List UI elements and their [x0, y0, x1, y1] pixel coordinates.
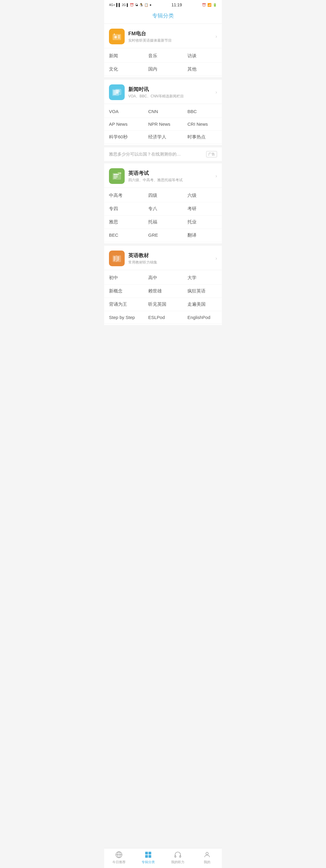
tag-item[interactable]: 托业: [183, 216, 222, 229]
tag-item[interactable]: 国内: [143, 63, 183, 76]
textbook-svg: [111, 253, 122, 264]
clock-icon: ⏰: [130, 3, 134, 7]
exam-title-wrap: 英语考试 四六级、中高考、雅思托福等考试: [128, 170, 216, 183]
svg-point-2: [115, 36, 116, 38]
tag-item[interactable]: 背诵为王: [104, 298, 143, 311]
svg-rect-30: [117, 258, 119, 258]
tag-item[interactable]: 访谈: [183, 50, 222, 63]
news-section-header[interactable]: 新闻时讯 VOA、BBC、CNN等精选新闻栏目 ›: [104, 80, 222, 104]
fm-title-wrap: FM电台 实时收听英语媒体最新节目: [128, 30, 216, 43]
tag-item[interactable]: BBC: [183, 105, 222, 118]
tag-item[interactable]: CRI News: [183, 118, 222, 130]
tag-item[interactable]: AP News: [104, 118, 143, 130]
tag-item[interactable]: 初中: [104, 271, 143, 285]
textbook-tag-grid: 初中 高中 大学 新概念 赖世雄 疯狂英语 背诵为王 听见英国 走遍美国 Ste…: [104, 270, 222, 325]
tag-item[interactable]: 经济学人: [143, 130, 183, 144]
tag-item[interactable]: GRE: [143, 229, 183, 242]
news-arrow-icon: ›: [216, 90, 217, 95]
exam-arrow-icon: ›: [216, 173, 217, 179]
fm-tag-grid: 新闻 音乐 访谈 文化 国内 其他: [104, 48, 222, 77]
textbook-arrow-icon: ›: [216, 256, 217, 261]
status-time: 11:19: [171, 2, 182, 7]
signal-2g-icon: ▌: [127, 3, 129, 7]
news-title-wrap: 新闻时讯 VOA、BBC、CNN等精选新闻栏目: [128, 86, 216, 99]
tag-item[interactable]: VOA: [104, 105, 143, 118]
tag-item[interactable]: 文化: [104, 63, 143, 76]
weather-icon: 🌤: [135, 3, 138, 7]
fm-subtitle: 实时收听英语媒体最新节目: [128, 38, 216, 43]
news-icon: [109, 85, 125, 100]
tag-item[interactable]: 六级: [183, 189, 222, 202]
signal-icon: ▌▌: [116, 3, 121, 7]
svg-rect-3: [118, 35, 120, 36]
svg-rect-24: [116, 255, 117, 262]
svg-text:100: 100: [118, 172, 121, 174]
alarm-icon: ⏰: [202, 3, 206, 7]
svg-rect-4: [118, 36, 120, 37]
textbook-title-wrap: 英语教材 常用教材听力锦集: [128, 252, 216, 265]
exam-svg: 100: [111, 170, 122, 182]
tag-item[interactable]: 大学: [183, 271, 222, 285]
tag-item[interactable]: 专四: [104, 202, 143, 216]
tag-item[interactable]: 音乐: [143, 50, 183, 63]
fm-title: FM电台: [128, 30, 216, 37]
tag-item[interactable]: 专八: [143, 202, 183, 216]
status-left: 4G+ ▌▌ 2G ▌ ⏰ 🌤 🐧 📋 ●: [109, 3, 152, 7]
tag-item[interactable]: NPR News: [143, 118, 183, 130]
status-right: ⏰ 📶 🔋: [202, 3, 217, 7]
page-title: 专辑分类: [104, 8, 222, 24]
exam-section-header[interactable]: 100 英语考试 四六级、中高考、雅思托福等考试 ›: [104, 163, 222, 188]
tag-item[interactable]: BEC: [104, 229, 143, 242]
fm-section-header[interactable]: FM电台 实时收听英语媒体最新节目 ›: [104, 24, 222, 48]
tag-item[interactable]: 赖世雄: [143, 285, 183, 298]
textbook-title: 英语教材: [128, 252, 216, 259]
tag-item[interactable]: 科学60秒: [104, 130, 143, 144]
news-tag-grid: VOA CNN BBC AP News NPR News CRI News 科学…: [104, 104, 222, 145]
textbook-icon: [109, 251, 125, 266]
tag-item[interactable]: 新概念: [104, 285, 143, 298]
tag-item[interactable]: Step by Step: [104, 311, 143, 324]
svg-rect-28: [113, 260, 115, 261]
exam-title: 英语考试: [128, 170, 216, 177]
textbook-section-header[interactable]: 英语教材 常用教材听力锦集 ›: [104, 246, 222, 270]
dot-icon: ●: [150, 3, 152, 7]
news-subtitle: VOA、BBC、CNN等精选新闻栏目: [128, 94, 216, 99]
battery-icon: 🔋: [213, 3, 217, 7]
exam-icon: 100: [109, 168, 125, 184]
tag-item[interactable]: EnglishPod: [183, 311, 222, 324]
tag-item[interactable]: 雅思: [104, 216, 143, 229]
fm-svg: [111, 31, 122, 42]
tag-item[interactable]: CNN: [143, 105, 183, 118]
news-svg: [111, 87, 122, 98]
svg-rect-19: [113, 177, 118, 177]
svg-rect-14: [116, 91, 120, 92]
tag-item[interactable]: 新闻: [104, 50, 143, 63]
tag-item[interactable]: 翻译: [183, 229, 222, 242]
tag-item[interactable]: 四级: [143, 189, 183, 202]
ad-text: 雅思多少分可以出国？在线测测你的…: [109, 152, 203, 157]
tag-item[interactable]: 高中: [143, 271, 183, 285]
svg-rect-27: [113, 259, 116, 259]
tag-item[interactable]: 考研: [183, 202, 222, 216]
tag-item[interactable]: 听见英国: [143, 298, 183, 311]
tag-item[interactable]: 托福: [143, 216, 183, 229]
tag-item[interactable]: 中高考: [104, 189, 143, 202]
tag-item[interactable]: 时事热点: [183, 130, 222, 144]
tag-item[interactable]: 疯狂英语: [183, 285, 222, 298]
textbook-section: 英语教材 常用教材听力锦集 › 初中 高中 大学 新概念 赖世雄 疯狂英语 背诵…: [104, 246, 222, 325]
tag-item[interactable]: ESLPod: [143, 311, 183, 324]
svg-rect-25: [113, 256, 116, 257]
svg-rect-29: [117, 256, 119, 257]
svg-rect-32: [117, 260, 119, 261]
wifi-icon: 📶: [207, 3, 212, 7]
svg-rect-5: [118, 38, 120, 38]
qq-icon: 🐧: [139, 3, 143, 7]
svg-rect-20: [113, 178, 116, 179]
tag-item[interactable]: 其他: [183, 63, 222, 76]
news-title: 新闻时讯: [128, 86, 216, 93]
ad-banner[interactable]: 雅思多少分可以出国？在线测测你的… 广告: [104, 148, 222, 161]
network-2g: 2G: [122, 3, 126, 7]
fm-arrow-icon: ›: [216, 34, 217, 39]
tag-item[interactable]: 走遍美国: [183, 298, 222, 311]
exam-section: 100 英语考试 四六级、中高考、雅思托福等考试 › 中高考 四级 六级 专四 …: [104, 163, 222, 243]
